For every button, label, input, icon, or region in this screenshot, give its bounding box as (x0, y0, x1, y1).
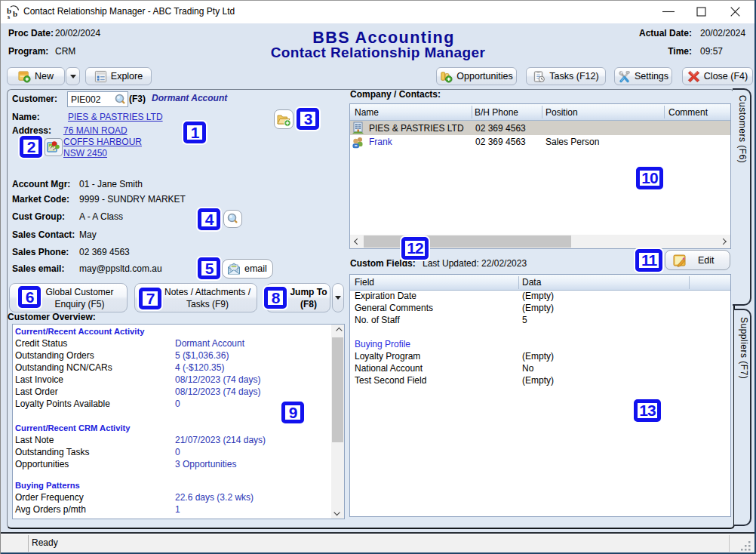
svg-text:b: b (13, 9, 17, 18)
svg-text:s: s (8, 14, 10, 19)
